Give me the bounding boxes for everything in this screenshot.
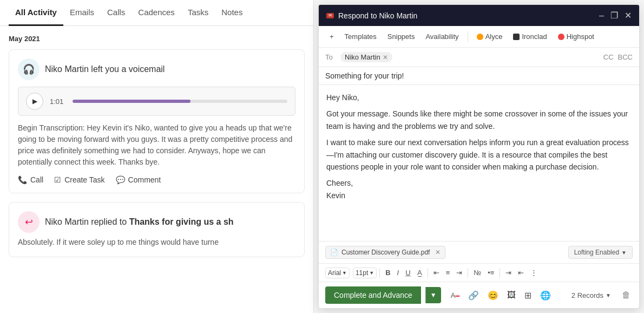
reply-prefix: Niko Martin replied to: [45, 217, 129, 226]
reply-preview: Absolutely. If it were soley up to me th…: [18, 237, 295, 248]
alyce-label: Alyce: [485, 32, 503, 41]
availability-button[interactable]: Availability: [421, 30, 463, 43]
bottom-tools: A▬ 🔗 😊 🖼 ⊞ 🌐: [448, 288, 555, 303]
play-button[interactable]: ▶: [26, 93, 43, 110]
indent-button[interactable]: ⇥: [503, 267, 514, 278]
body-closing: Cheers,Kevin: [326, 177, 632, 201]
attachment-chip[interactable]: 📄 Customer Discovery Guide.pdf ✕: [325, 246, 445, 259]
delete-draft-button[interactable]: 🗑: [620, 288, 633, 302]
expand-button[interactable]: ❐: [610, 10, 618, 21]
remove-recipient-button[interactable]: ✕: [383, 54, 388, 61]
tab-tasks[interactable]: Tasks: [181, 0, 215, 26]
add-button[interactable]: +: [325, 30, 338, 43]
ironclad-label: Ironclad: [522, 32, 547, 41]
card-header: 🎧 Niko Martin left you a voicemail: [18, 58, 295, 80]
outdent-button[interactable]: ⇤: [515, 267, 527, 278]
font-family-select[interactable]: Arial ▼: [325, 268, 350, 278]
transcription-text: Begin Transcription: Hey Kevin it's Niko…: [18, 122, 295, 168]
align-left-button[interactable]: ⇤: [431, 267, 442, 278]
audio-player: ▶ 1:01: [18, 87, 295, 116]
plus-icon: +: [330, 32, 334, 41]
table-tool-button[interactable]: ⊞: [521, 288, 535, 303]
ordered-list-button[interactable]: №: [471, 267, 484, 278]
reply-card-header: ↩ Niko Martin replied to Thanks for givi…: [18, 211, 295, 233]
snippets-button[interactable]: Snippets: [383, 30, 419, 43]
email-body[interactable]: Hey Niko, Got your message. Sounds like …: [319, 85, 639, 241]
unordered-list-button[interactable]: •≡: [485, 267, 497, 278]
audio-progress-bar[interactable]: [73, 100, 287, 103]
more-format-button[interactable]: ⋮: [528, 267, 540, 278]
format-divider-2: [428, 268, 428, 278]
email-compose-title: Respond to Niko Martin: [338, 11, 417, 20]
call-label: Call: [30, 175, 43, 184]
email-toolbar: + Templates Snippets Availability Alyce …: [319, 26, 639, 48]
tab-notes[interactable]: Notes: [215, 0, 249, 26]
format-divider-4: [500, 268, 500, 278]
italic-button[interactable]: I: [395, 267, 402, 278]
lofting-badge[interactable]: Lofting Enabled ▼: [568, 246, 633, 259]
templates-label: Templates: [345, 32, 377, 41]
snippets-label: Snippets: [387, 32, 415, 41]
image-tool-button[interactable]: 🖼: [504, 288, 519, 302]
font-family-value: Arial: [328, 269, 341, 277]
bottom-bar: Complete and Advance ▼ A▬ 🔗 😊 🖼 ⊞ 🌐 2 Re…: [319, 282, 639, 308]
more-tool-button[interactable]: 🌐: [537, 288, 554, 303]
to-label: To: [325, 53, 336, 61]
minimize-button[interactable]: –: [599, 11, 604, 21]
highspot-button[interactable]: Highspot: [554, 30, 599, 43]
recipient-chip[interactable]: Niko Martin ✕: [340, 52, 392, 62]
comment-icon: 💬: [116, 175, 125, 184]
availability-label: Availability: [425, 32, 458, 41]
call-action-button[interactable]: 📞 Call: [18, 175, 43, 184]
bold-button[interactable]: B: [383, 267, 393, 278]
font-size-select[interactable]: 11pt ▼: [353, 268, 377, 278]
reply-card: ↩ Niko Martin replied to Thanks for givi…: [9, 202, 305, 257]
send-button[interactable]: Complete and Advance: [325, 286, 421, 304]
font-family-chevron: ▼: [342, 270, 347, 276]
align-center-button[interactable]: ≡: [443, 267, 453, 278]
audio-progress-fill: [73, 100, 190, 103]
emoji-tool-button[interactable]: 😊: [484, 288, 502, 303]
send-dropdown-button[interactable]: ▼: [425, 287, 441, 303]
text-color-button[interactable]: A̲: [415, 267, 425, 278]
ironclad-button[interactable]: Ironclad: [509, 30, 551, 43]
tab-all-activity[interactable]: All Activity: [9, 0, 63, 26]
remove-attachment-button[interactable]: ✕: [435, 249, 441, 256]
card-title: Niko Martin left you a voicemail: [45, 64, 165, 74]
create-task-button[interactable]: ☑ Create Task: [54, 175, 104, 184]
tab-cadences[interactable]: Cadences: [132, 0, 181, 26]
underline-button[interactable]: U: [403, 267, 413, 278]
records-button[interactable]: 2 Records ▼: [567, 289, 615, 302]
email-compose-panel: ✉ Respond to Niko Martin – ❐ ✕ + Templat…: [318, 4, 640, 309]
date-label: May 2021: [9, 35, 305, 43]
align-right-button[interactable]: ⇥: [454, 267, 465, 278]
activity-feed: May 2021 🎧 Niko Martin left you a voicem…: [0, 26, 313, 313]
create-task-label: Create Task: [64, 175, 104, 184]
cc-bcc-toggle[interactable]: CC BCC: [603, 53, 633, 61]
tab-emails[interactable]: Emails: [63, 0, 101, 26]
subject-field[interactable]: Something for your trip!: [319, 67, 639, 85]
alyce-button[interactable]: Alyce: [472, 30, 507, 43]
templates-button[interactable]: Templates: [340, 30, 381, 43]
reply-avatar: ↩: [18, 211, 40, 233]
email-header-left: ✉ Respond to Niko Martin: [326, 11, 417, 20]
alyce-icon: [477, 34, 483, 40]
task-icon: ☑: [54, 175, 61, 184]
font-color-tool-button[interactable]: A▬: [448, 289, 463, 302]
card-actions: 📞 Call ☑ Create Task 💬 Comment: [18, 175, 295, 184]
link-tool-button[interactable]: 🔗: [465, 288, 482, 303]
comment-button[interactable]: 💬 Comment: [116, 175, 161, 184]
tab-calls[interactable]: Calls: [101, 0, 132, 26]
body-greeting: Hey Niko,: [326, 92, 632, 103]
reply-bold-text: Thanks for giving us a sh: [129, 217, 234, 226]
ironclad-icon: [513, 34, 520, 40]
close-button[interactable]: ✕: [625, 10, 632, 21]
body-para1: Got your message. Sounds like there migh…: [326, 108, 632, 132]
email-header-actions: – ❐ ✕: [599, 10, 632, 21]
lofting-chevron-icon: ▼: [621, 250, 627, 256]
pdf-icon: 📄: [330, 249, 338, 256]
recipient-name: Niko Martin: [345, 53, 380, 61]
font-size-value: 11pt: [356, 269, 368, 277]
nav-tabs: All Activity Emails Calls Cadences Tasks…: [0, 0, 313, 26]
comment-label: Comment: [128, 175, 161, 184]
